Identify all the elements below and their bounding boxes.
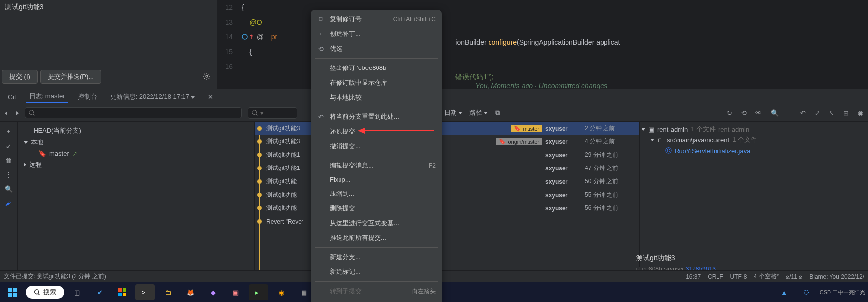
menu-interactive-rebase[interactable]: 从这里进行交互式变基... xyxy=(311,216,442,231)
app-icon[interactable]: ◆ xyxy=(203,284,223,300)
tray-text[interactable]: CSD 二中一亮阳光 xyxy=(820,284,865,300)
tray-shield-icon[interactable]: 🛡 xyxy=(797,284,817,300)
tab-news[interactable]: 更新信息: 2022/12/18 17:17 xyxy=(107,91,198,102)
shell-icon[interactable]: ▸_ xyxy=(249,284,268,300)
status-time[interactable]: 16:37 xyxy=(686,273,701,280)
svg-rect-13 xyxy=(118,293,122,296)
svg-rect-8 xyxy=(8,293,12,297)
more-icon[interactable]: ⋮ xyxy=(2,169,15,180)
menu-compare-local[interactable]: 与本地比较 xyxy=(311,90,442,105)
menu-to-child: 转到子提交向左箭头 xyxy=(311,284,442,299)
status-indent[interactable]: 4 个空格* xyxy=(754,272,779,281)
menu-push-prior[interactable]: 推送此前所有提交... xyxy=(311,231,442,245)
add-icon[interactable]: ＋ xyxy=(2,125,15,137)
terminal-icon[interactable]: >_ xyxy=(135,284,155,300)
todo-icon[interactable]: ✔ xyxy=(90,284,110,300)
brush-icon[interactable]: 🖌 xyxy=(2,198,15,209)
menu-checkout-revision[interactable]: 签出修订 'cbee808b' xyxy=(311,61,442,75)
close-icon[interactable]: ✕ xyxy=(205,91,216,102)
svg-point-0 xyxy=(206,75,208,77)
branch-tag-master: 🔖 master xyxy=(511,125,542,132)
preview-icon[interactable]: ◉ xyxy=(855,107,866,119)
store-icon[interactable] xyxy=(113,284,132,300)
filter-path[interactable]: 路径 xyxy=(467,107,490,118)
menu-reset[interactable]: ↶将当前分支重置到此处... xyxy=(311,109,442,124)
menu-cherry-pick[interactable]: ⟲优选 xyxy=(311,41,442,56)
chevron-right-icon[interactable] xyxy=(13,107,22,119)
commit-and-push-button[interactable]: 提交并推送(P)... xyxy=(40,70,101,84)
details-path[interactable]: 🗀 src\main\java\ncu\rent 1 个文件 xyxy=(642,134,866,145)
menu-new-tag[interactable]: 新建标记... xyxy=(311,265,442,279)
cherry-icon: ⟲ xyxy=(317,45,325,53)
taskbar-search[interactable]: 搜索 xyxy=(26,286,64,299)
revert-icon[interactable]: ↶ xyxy=(797,107,809,119)
branch-master[interactable]: 🔖 master ↗ xyxy=(23,148,249,159)
tab-console[interactable]: 控制台 xyxy=(75,91,100,102)
find-icon[interactable]: 🔍 xyxy=(2,183,16,195)
menu-fixup[interactable]: Fixup... xyxy=(311,173,442,186)
tray-icon[interactable]: ▲ xyxy=(774,284,794,300)
expand-icon[interactable]: ⤢ xyxy=(812,107,823,119)
browser-icon[interactable]: ◉ xyxy=(271,284,291,300)
tab-log[interactable]: 日志: master xyxy=(26,90,68,103)
menu-copy-revision[interactable]: ⧉复制修订号Ctrl+Alt+Shift+C xyxy=(311,12,442,27)
class-icon: Ⓒ xyxy=(665,146,672,155)
branch-search-input[interactable] xyxy=(25,107,242,118)
status-crlf[interactable]: CRLF xyxy=(708,273,723,280)
delete-icon[interactable]: 🗑 xyxy=(2,155,15,166)
open-new-tab-icon[interactable]: ⧉ xyxy=(492,107,503,119)
menu-to-parent: 转到父提交向右箭头 xyxy=(311,299,442,302)
commit-button[interactable]: 提交 (I) xyxy=(2,70,38,84)
eye-icon[interactable]: 👁 xyxy=(753,107,765,119)
menu-edit-message[interactable]: 编辑提交消息...F2 xyxy=(311,158,442,173)
search-icon[interactable]: 🔍 xyxy=(768,107,782,119)
commit-message-panel: 测试git功能3 提交 (I) 提交并推送(P)... xyxy=(0,0,217,89)
branch-head[interactable]: HEAD(当前分支) xyxy=(23,125,249,136)
gear-icon[interactable] xyxy=(199,70,215,84)
commit-search-input[interactable]: ▾ xyxy=(248,107,297,119)
status-encoding[interactable]: UTF-8 xyxy=(730,273,747,280)
start-button[interactable] xyxy=(3,284,23,300)
svg-rect-12 xyxy=(123,288,126,292)
collapse-icon[interactable]: ⤡ xyxy=(826,107,837,119)
module-icon: ▣ xyxy=(648,126,654,133)
tab-git[interactable]: Git xyxy=(5,92,19,102)
menu-show-repo[interactable]: 在修订版中显示仓库 xyxy=(311,75,442,90)
checkout-icon[interactable]: ↙ xyxy=(3,140,14,152)
commit-summary: 测试git功能3 cbee808b sxyuser 317859613 xyxy=(636,254,858,272)
filter-date[interactable]: 日期 xyxy=(442,107,464,118)
menu-revert[interactable]: 还原提交 xyxy=(311,124,442,139)
branch-tag-origin: 🔖 origin/master xyxy=(496,138,542,145)
status-pos[interactable]: ⌀/11 ⌀ xyxy=(786,273,802,280)
menu-undo-commit[interactable]: 撤消提交... xyxy=(311,139,442,154)
gutter-run-icon[interactable] xyxy=(242,34,257,40)
menu-squash[interactable]: 压缩到... xyxy=(311,186,442,201)
branch-local-group[interactable]: 本地 xyxy=(23,136,249,148)
commit-message-text[interactable]: 测试git功能3 xyxy=(2,2,215,13)
group-icon[interactable]: ⊞ xyxy=(840,107,852,119)
cherry-pick-icon[interactable]: ⟲ xyxy=(738,107,750,119)
menu-new-branch[interactable]: 新建分支... xyxy=(311,250,442,265)
svg-rect-14 xyxy=(123,293,126,296)
task-view-icon[interactable]: ◫ xyxy=(67,284,87,300)
vm-icon[interactable]: ▣ xyxy=(226,284,246,300)
svg-point-2 xyxy=(29,110,34,115)
svg-rect-11 xyxy=(118,288,122,292)
branch-tree: HEAD(当前分支) 本地 🔖 master ↗ 远程 xyxy=(18,122,255,282)
status-left: 文件已提交: 测试git功能3 (2 分钟 之前) xyxy=(4,272,106,281)
details-root[interactable]: ▣ rent-admin 1 个文件 rent-admin xyxy=(642,124,866,134)
explorer-icon[interactable]: 🗀 xyxy=(158,284,178,300)
svg-rect-6 xyxy=(8,288,12,292)
status-blame[interactable]: Blame: You 2022/12/ xyxy=(809,273,864,280)
refresh-icon[interactable]: ↻ xyxy=(724,107,735,119)
menu-drop[interactable]: 删除提交 xyxy=(311,201,442,216)
chevron-left-icon[interactable] xyxy=(2,107,10,119)
menu-create-patch[interactable]: ±创建补丁... xyxy=(311,27,442,41)
svg-point-3 xyxy=(252,110,257,115)
patch-icon: ± xyxy=(317,31,325,38)
details-file[interactable]: Ⓒ RuoYiServletInitializer.java xyxy=(642,145,866,156)
copy-icon: ⧉ xyxy=(317,15,325,23)
branch-remote-group[interactable]: 远程 xyxy=(23,159,249,170)
firefox-icon[interactable]: 🦊 xyxy=(181,284,200,300)
folder-icon: 🗀 xyxy=(657,136,664,144)
